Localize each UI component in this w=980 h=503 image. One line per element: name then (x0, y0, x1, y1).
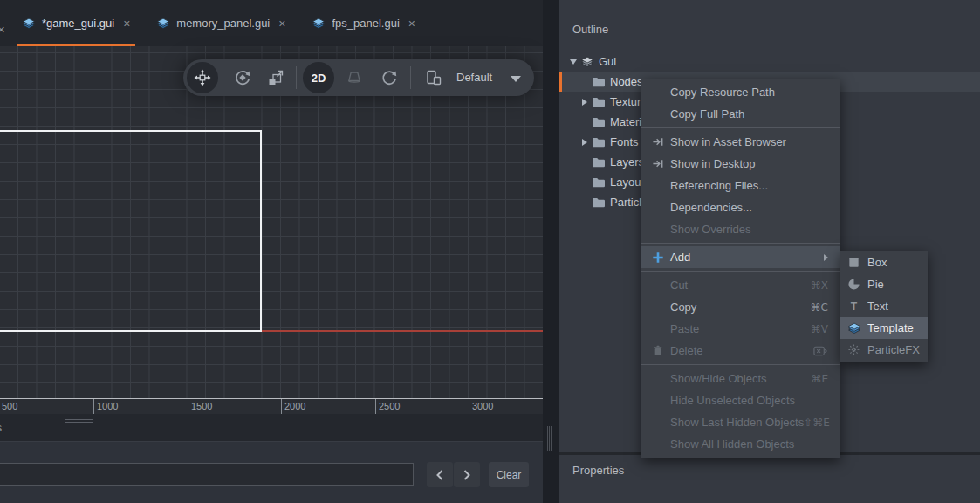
template-icon (847, 321, 861, 335)
trash-icon (652, 344, 670, 357)
forward-delete-icon (813, 345, 828, 357)
tab-close-icon[interactable]: × (278, 17, 285, 31)
ruler-tick-label: 1000 (97, 401, 118, 411)
menu-item-label: Add (670, 251, 819, 264)
tab-game-gui[interactable]: *game_gui.gui × (13, 0, 139, 46)
camera-refresh-icon (380, 69, 398, 86)
ruler-tick-label: 500 (2, 401, 17, 411)
tab-label: *game_gui.gui (42, 17, 114, 30)
rotate-tool-button[interactable] (234, 69, 251, 86)
gui-document-icon (312, 17, 326, 31)
scene-viewport[interactable]: 2D (0, 46, 543, 398)
tree-item-label: Nodes (610, 75, 643, 88)
tab-label: fps_panel.gui (332, 17, 399, 30)
submenu-item-box[interactable]: Box (840, 252, 928, 273)
particlefx-icon (847, 343, 861, 357)
horizontal-splitter-grip[interactable] (65, 417, 93, 424)
menu-shortcut: ⌘C (811, 301, 828, 314)
console-panel: Clear (0, 441, 543, 503)
tab-close-icon[interactable]: × (408, 17, 415, 31)
gui-scene-icon (580, 55, 594, 69)
ruler-tick-label: 1500 (191, 401, 212, 411)
svg-text:T: T (851, 300, 858, 313)
menu-item-label: Show All Hidden Objects (670, 438, 828, 451)
menu-item-label: Show in Desktop (670, 157, 828, 170)
move-tool-button[interactable] (187, 62, 218, 93)
horizontal-ruler: 500 1000 1500 2000 2500 3000 (0, 398, 543, 414)
submenu-item-pie[interactable]: Pie (840, 273, 928, 295)
menu-item-copy-full-path[interactable]: Copy Full Path (641, 103, 840, 125)
editor-left-pane: × *game_gui.gui × memory_panel.gui × (0, 0, 543, 503)
menu-item-show-all-hidden-objects: Show All Hidden Objects (641, 433, 840, 455)
tree-item-label: Fonts (610, 135, 639, 148)
menu-item-label: Delete (670, 344, 813, 357)
chevron-down-icon[interactable] (511, 76, 521, 82)
menu-item-show-in-desktop[interactable]: Show in Desktop (641, 153, 840, 175)
properties-panel-title: Properties (572, 464, 624, 477)
folder-icon (592, 135, 606, 149)
menu-item-show-in-asset-browser[interactable]: Show in Asset Browser (641, 131, 840, 153)
prev-match-button[interactable] (427, 462, 453, 487)
toolbar-divider (296, 66, 297, 89)
tab-close-icon[interactable]: × (123, 17, 130, 31)
scale-tool-icon (267, 69, 284, 86)
menu-item-hide-unselected-objects: Hide Unselected Objects (641, 389, 840, 411)
menu-item-referencing-files[interactable]: Referencing Files... (641, 175, 840, 196)
menu-shortcut: ⌘V (811, 323, 828, 335)
chevron-right-icon (463, 469, 471, 481)
vertical-splitter[interactable] (543, 0, 559, 503)
chevron-collapsed-icon[interactable] (582, 139, 587, 146)
frustum-culling-button[interactable] (346, 69, 363, 86)
tab-bar: × *game_gui.gui × memory_panel.gui × (0, 0, 543, 46)
show-in-arrow-icon (652, 135, 670, 148)
device-profile-icon (425, 69, 442, 86)
defold-editor-window: × *game_gui.gui × memory_panel.gui × (0, 0, 980, 503)
menu-divider (641, 364, 840, 365)
pie-icon (847, 278, 861, 292)
menu-item-label: Cut (670, 279, 811, 292)
next-match-button[interactable] (454, 462, 480, 487)
folder-icon (592, 176, 606, 189)
plus-icon (652, 252, 670, 264)
menu-item-paste: Paste⌘V (641, 318, 840, 340)
vertical-splitter-grip[interactable] (547, 426, 552, 451)
2d-mode-button[interactable]: 2D (303, 62, 334, 93)
menu-item-delete: Delete (641, 340, 840, 362)
tree-item-label: Layers (610, 155, 644, 169)
submenu-item-label: Template (867, 321, 914, 334)
clipped-tab-close-icon[interactable]: × (0, 22, 10, 37)
submenu-item-text[interactable]: T Text (840, 295, 928, 317)
menu-item-show-last-hidden-objects: Show Last Hidden Objects⇧⌘E (641, 411, 840, 433)
chevron-collapsed-icon[interactable] (582, 99, 587, 106)
tab-label: memory_panel.gui (176, 17, 270, 30)
clear-button[interactable]: Clear (489, 462, 529, 487)
menu-item-label: Show Overrides (670, 223, 828, 236)
submenu-item-label: Pie (867, 278, 884, 291)
menu-item-copy[interactable]: Copy⌘C (641, 296, 840, 318)
add-submenu: Box Pie T Text Template ParticleFX (840, 251, 928, 362)
menu-item-label: Hide Unselected Objects (670, 394, 828, 407)
tree-item-gui[interactable]: Gui (559, 52, 980, 72)
menu-item-copy-resource-path[interactable]: Copy Resource Path (641, 81, 840, 103)
submenu-item-label: Box (867, 256, 887, 269)
2d-mode-label: 2D (312, 72, 326, 85)
tab-memory-panel[interactable]: memory_panel.gui × (147, 0, 294, 46)
menu-item-label: Copy (670, 300, 811, 314)
menu-item-label: Copy Resource Path (670, 86, 828, 99)
scene-toolbar: 2D (183, 59, 534, 96)
menu-item-cut: Cut⌘X (641, 274, 840, 296)
profile-dropdown-value[interactable]: Default (456, 71, 492, 84)
menu-item-dependencies[interactable]: Dependencies... (641, 196, 840, 218)
chevron-expanded-icon[interactable] (570, 59, 577, 65)
tab-fps-panel[interactable]: fps_panel.gui × (303, 0, 424, 46)
scale-tool-button[interactable] (267, 69, 284, 86)
gui-document-icon (22, 17, 36, 31)
menu-item-label: Show/Hide Objects (670, 372, 811, 385)
gui-document-icon (156, 17, 170, 31)
menu-item-add[interactable]: Add (641, 246, 840, 268)
menu-item-label: Show Last Hidden Objects (670, 416, 804, 429)
console-search-input[interactable] (0, 463, 414, 486)
camera-reset-button[interactable] (380, 69, 398, 86)
menu-item-label: Copy Full Path (670, 107, 828, 121)
submenu-item-template[interactable]: Template (840, 317, 928, 339)
